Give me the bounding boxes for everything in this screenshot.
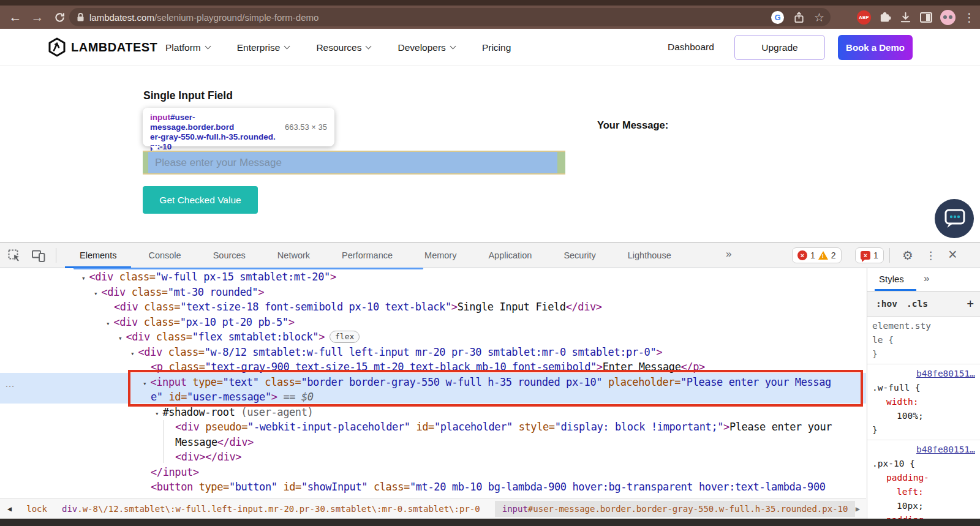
nav-item-enterprise[interactable]: Enterprise xyxy=(237,42,290,53)
nav-item-developers[interactable]: Developers xyxy=(398,42,454,53)
dashboard-link[interactable]: Dashboard xyxy=(668,42,714,53)
breadcrumb-back-icon[interactable]: ◀ xyxy=(7,505,12,513)
breadcrumb-forward-icon[interactable]: ▶ xyxy=(856,505,860,513)
extension-area: ABP ⋮ xyxy=(857,6,975,29)
stylesheet-link[interactable]: b48fe80151… xyxy=(916,443,975,456)
code-line[interactable]: ▾ <div class="w-full px-15 smtablet:mt-2… xyxy=(81,269,336,287)
download-icon[interactable] xyxy=(899,11,912,24)
style-line: .px-10 { xyxy=(872,457,915,470)
reload-button[interactable] xyxy=(49,6,70,29)
devtools-close-icon[interactable]: × xyxy=(948,247,957,262)
styles-separator xyxy=(867,364,980,364)
get-checked-value-button[interactable]: Get Checked Value xyxy=(143,186,258,214)
code-line[interactable]: <div></div> xyxy=(175,449,241,465)
style-line: left: xyxy=(897,486,924,498)
lock-icon xyxy=(77,12,85,22)
style-line: 100%; xyxy=(897,410,924,422)
node-options-dots[interactable]: … xyxy=(5,377,15,391)
code-line[interactable]: ▾ <div class="flex smtablet:block">flex xyxy=(118,329,360,347)
nav-menu: PlatformEnterpriseResourcesDevelopersPri… xyxy=(165,29,511,66)
code-line[interactable]: ▾ <input type="text" class="border borde… xyxy=(143,375,831,392)
class-toggle[interactable]: .cls xyxy=(907,299,928,309)
code-line[interactable]: Message</div> xyxy=(175,435,254,450)
nav-item-pricing[interactable]: Pricing xyxy=(482,42,511,53)
code-line[interactable]: <button type="button" id="showInput" cla… xyxy=(151,479,826,495)
address-bar[interactable]: lambdatest.com/selenium-playground/simpl… xyxy=(69,8,831,26)
code-line[interactable]: <p class="text-gray-900 text-size-15 mt-… xyxy=(151,359,705,375)
nav-item-label: Platform xyxy=(165,42,201,53)
code-line[interactable]: ▾ #shadow-root (user-agent) xyxy=(155,405,313,422)
input-placeholder-text: Please enter your Message xyxy=(148,152,557,173)
flex-badge[interactable]: flex xyxy=(330,331,360,343)
extensions-puzzle-icon[interactable] xyxy=(879,11,891,23)
nav-item-resources[interactable]: Resources xyxy=(316,42,371,53)
pseudo-state-toggle[interactable]: :hov xyxy=(876,299,897,309)
code-line[interactable]: ▾ <div class="w-8/12 smtablet:w-full lef… xyxy=(130,345,662,362)
chevron-down-icon xyxy=(284,43,290,50)
message-input-highlighted[interactable]: Please enter your Message xyxy=(143,151,565,175)
devtools-menu-icon[interactable]: ⋮ xyxy=(925,249,936,262)
style-line: 10px; xyxy=(897,500,924,512)
lambdatest-logo-icon xyxy=(48,37,66,57)
profile-avatar[interactable] xyxy=(940,10,956,25)
code-line[interactable]: <div pseudo="-webkit-input-placeholder" … xyxy=(175,419,832,435)
adblock-icon[interactable]: ABP xyxy=(857,10,871,24)
styles-more-icon[interactable]: » xyxy=(924,272,929,285)
window-bottom-edge xyxy=(0,519,980,526)
forward-button[interactable]: → xyxy=(27,6,48,29)
upgrade-button[interactable]: Upgrade xyxy=(734,35,825,60)
url-path: /selenium-playground/simple-form-demo xyxy=(154,12,318,23)
style-line: } xyxy=(872,424,878,436)
bookmark-star-icon[interactable]: ☆ xyxy=(814,12,824,23)
screen: ← → lambdatest.com/selenium-playground/s… xyxy=(0,0,980,526)
code-line[interactable]: </input> xyxy=(151,465,199,480)
devtools-controls: ⚙ ⋮ × xyxy=(889,242,957,268)
breadcrumb-item[interactable]: lock xyxy=(26,504,47,514)
chevron-down-icon xyxy=(205,43,211,50)
settings-gear-icon[interactable]: ⚙ xyxy=(902,248,913,263)
code-line[interactable]: ▾ <div class="mt-30 rounded"> xyxy=(94,285,264,302)
style-line: le { xyxy=(872,334,894,346)
google-icon[interactable]: G xyxy=(771,11,784,24)
controls-divider xyxy=(889,248,890,263)
share-icon[interactable] xyxy=(793,11,805,24)
style-line: .w-full { xyxy=(872,381,921,394)
stylesheet-link[interactable]: b48fe80151… xyxy=(916,367,975,380)
code-line[interactable]: <div class="text-size-18 font-semibold p… xyxy=(114,299,602,315)
browser-toolbar: ← → lambdatest.com/selenium-playground/s… xyxy=(0,6,980,29)
chat-widget-button[interactable] xyxy=(935,199,974,238)
nav-item-label: Enterprise xyxy=(237,42,281,53)
lambdatest-logo[interactable]: LAMBDATEST xyxy=(48,37,157,57)
issue-count: 1 xyxy=(873,250,878,260)
tooltip-selector-line2: er-gray-550.w-full.h-35.rounded. xyxy=(150,132,276,141)
inspect-tooltip-selector: input#user-message.border.border-gray-55… xyxy=(150,113,279,141)
code-line[interactable]: e" id="user-message"> == $0 xyxy=(151,389,314,405)
page-title: Single Input Field xyxy=(143,89,233,102)
chat-bubble-icon xyxy=(941,206,968,231)
styles-rules: element.style {}b48fe80151….w-full {widt… xyxy=(867,317,980,526)
elements-tree: ▾ <div class="w-full px-15 smtablet:mt-2… xyxy=(0,242,866,498)
tooltip-element-tag: input xyxy=(150,113,170,122)
code-line[interactable]: ▾ <div class="px-10 pt-20 pb-5"> xyxy=(106,315,295,332)
address-bar-actions: G ☆ xyxy=(771,8,824,26)
tab-styles[interactable]: Styles xyxy=(879,274,904,284)
chevron-down-icon xyxy=(366,43,372,50)
devtools-panel: ElementsConsoleSourcesNetworkPerformance… xyxy=(0,242,980,526)
styles-separator xyxy=(867,440,980,440)
breadcrumb-item[interactable]: input#user-message.border.border-gray-55… xyxy=(495,501,856,517)
lambdatest-logo-text: LAMBDATEST xyxy=(71,40,157,54)
new-style-rule-icon[interactable]: + xyxy=(967,296,974,310)
inspect-tooltip: input#user-message.border.border-gray-55… xyxy=(143,108,334,146)
nav-item-platform[interactable]: Platform xyxy=(165,42,210,53)
browser-menu-icon[interactable]: ⋮ xyxy=(963,10,975,24)
styles-tab-underline xyxy=(875,289,916,291)
style-line: } xyxy=(872,348,878,360)
styles-header: Styles » xyxy=(867,268,980,291)
book-a-demo-button[interactable]: Book a Demo xyxy=(838,35,913,60)
chevron-down-icon xyxy=(450,43,456,50)
side-panel-icon[interactable] xyxy=(920,12,932,23)
breadcrumb-item[interactable]: div.w-8\/12.smtablet\:w-full.left-input.… xyxy=(62,504,480,514)
style-line: padding- xyxy=(886,472,929,484)
back-button[interactable]: ← xyxy=(5,6,26,29)
tooltip-dimensions: 663.53 × 35 xyxy=(285,122,327,132)
